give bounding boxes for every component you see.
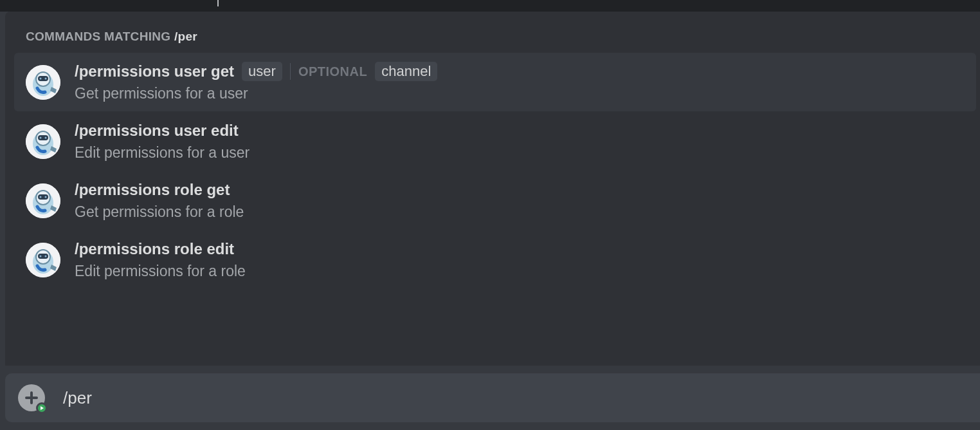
svg-rect-15 [38,194,48,200]
svg-point-16 [40,196,42,198]
svg-point-17 [45,196,47,198]
command-description: Get permissions for a user [75,85,437,102]
arg-divider [290,63,291,80]
header-prefix: Commands matching [26,30,174,43]
bot-avatar-icon [26,183,60,218]
svg-point-11 [45,137,47,139]
svg-rect-9 [38,135,48,140]
svg-point-10 [40,137,42,139]
command-list: /permissions user getuserOPTIONALchannel… [5,53,980,297]
caret-mark [217,0,219,6]
command-title-row: /permissions user edit [75,122,250,140]
command-title-row: /permissions role edit [75,240,246,259]
command-content: /permissions role editEdit permissions f… [75,240,246,280]
command-content: /permissions user getuserOPTIONALchannel… [75,62,437,102]
play-badge-icon [36,402,48,414]
command-optional-arg: channel [375,62,437,81]
command-name: /permissions user get [75,62,234,81]
command-name: /permissions role get [75,181,230,200]
bot-avatar-icon [26,65,60,100]
command-item[interactable]: /permissions user editEdit permissions f… [14,113,976,171]
message-input-bar: /per [5,373,980,422]
optional-label: OPTIONAL [298,64,367,79]
command-description: Edit permissions for a user [75,144,250,162]
suggestions-header: Commands matching /per [5,23,980,53]
command-name: /permissions role edit [75,240,234,259]
header-query: /per [174,30,197,43]
command-name: /permissions user edit [75,122,239,140]
command-arg: user [242,62,282,81]
command-content: /permissions user editEdit permissions f… [75,122,250,162]
bot-avatar-icon [26,124,60,159]
svg-point-5 [45,77,47,79]
command-item[interactable]: /permissions user getuserOPTIONALchannel… [14,53,976,111]
attach-button[interactable] [18,384,45,411]
command-title-row: /permissions role get [75,181,244,200]
command-content: /permissions role getGet permissions for… [75,181,244,221]
command-description: Edit permissions for a role [75,263,246,280]
svg-rect-21 [38,254,48,259]
command-item[interactable]: /permissions role editEdit permissions f… [14,231,976,289]
svg-point-23 [45,255,47,257]
bot-avatar-icon [26,243,60,277]
command-item[interactable]: /permissions role getGet permissions for… [14,172,976,230]
window-top-bar [0,0,980,12]
command-suggestions-panel: Commands matching /per /permissions user… [5,12,980,366]
svg-rect-3 [38,76,48,81]
command-title-row: /permissions user getuserOPTIONALchannel [75,62,437,81]
svg-point-4 [40,77,42,79]
command-description: Get permissions for a role [75,203,244,221]
svg-point-22 [40,255,42,257]
message-input[interactable]: /per [63,388,92,408]
